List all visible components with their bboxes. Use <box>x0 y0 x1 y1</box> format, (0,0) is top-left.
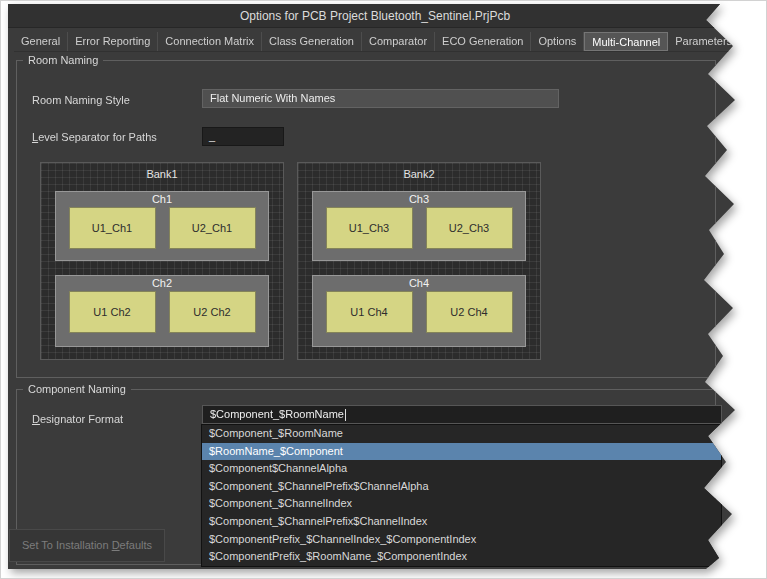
room-naming-style-value: Flat Numeric With Names <box>210 92 335 104</box>
text-caret <box>345 409 346 421</box>
component-box: U1_Ch3 <box>326 207 413 249</box>
component-box: U2_Ch3 <box>426 207 513 249</box>
channel-room-ch4: Ch4 U1 Ch4 U2 Ch4 <box>312 275 526 347</box>
designator-format-value: $Component_$RoomName <box>210 408 344 420</box>
dropdown-item-selected[interactable]: $RoomName_$Component <box>202 443 721 461</box>
component-box: U2 Ch4 <box>426 291 513 333</box>
channel-room-title: Ch3 <box>313 192 525 205</box>
tab-error-reporting[interactable]: Error Reporting <box>68 32 158 51</box>
dialog-shadow-wrap: Options for PCB Project Bluetooth_Sentin… <box>1 1 767 579</box>
tab-eco-generation[interactable]: ECO Generation <box>435 32 531 51</box>
room-components: U1_Ch3 U2_Ch3 <box>313 207 525 249</box>
dropdown-item[interactable]: $Component_$ChannelPrefix$ChannelAlpha <box>202 478 721 496</box>
channel-room-title: Ch1 <box>56 192 268 205</box>
channel-room-ch1: Ch1 U1_Ch1 U2_Ch1 <box>55 191 269 261</box>
component-box: U2 Ch2 <box>169 291 256 333</box>
room-components: U1 Ch2 U2 Ch2 <box>56 291 268 333</box>
channel-room-ch2: Ch2 U1 Ch2 U2 Ch2 <box>55 275 269 347</box>
designator-format-label: Designator Format <box>32 413 123 425</box>
room-naming-style-label: Room Naming Style <box>32 94 130 106</box>
tab-parameters[interactable]: Parameters <box>668 32 740 51</box>
label-rest: evel Separator for Paths <box>38 131 157 143</box>
button-label: Set To Installation Defaults <box>22 539 152 551</box>
accel-char: D <box>112 539 120 551</box>
set-to-installation-defaults-button[interactable]: Set To Installation Defaults <box>9 529 165 562</box>
dropdown-item[interactable]: $Component_$ChannelIndex <box>202 495 721 513</box>
tab-class-generation[interactable]: Class Generation <box>262 32 362 51</box>
accel-char: D <box>32 413 40 425</box>
room-naming-style-combo[interactable]: Flat Numeric With Names <box>202 89 559 108</box>
designator-format-dropdown-list: $Component_$RoomName $RoomName_$Componen… <box>201 424 722 567</box>
component-box: U1 Ch2 <box>69 291 156 333</box>
bank2-panel: Bank2 Ch3 U1_Ch3 U2_Ch3 Ch4 U1 Ch4 U2 Ch… <box>297 162 541 360</box>
label-rest: efaults <box>120 539 152 551</box>
dropdown-item[interactable]: $ComponentPrefix_$RoomName_$ComponentInd… <box>202 548 721 566</box>
room-naming-group-label: Room Naming <box>23 54 103 66</box>
room-components: U1 Ch4 U2 Ch4 <box>313 291 525 333</box>
level-separator-label: Level Separator for Paths <box>32 131 157 143</box>
channel-room-ch3: Ch3 U1_Ch3 U2_Ch3 <box>312 191 526 261</box>
component-box: U2_Ch1 <box>169 207 256 249</box>
tab-options[interactable]: Options <box>531 32 584 51</box>
tab-multi-channel[interactable]: Multi-Channel <box>584 32 668 51</box>
level-separator-input[interactable]: _ <box>202 127 284 146</box>
level-separator-value: _ <box>209 130 215 142</box>
tab-general[interactable]: General <box>14 32 68 51</box>
dropdown-item[interactable]: $ComponentPrefix_$ChannelIndex_$Componen… <box>202 531 721 549</box>
channel-room-title: Ch2 <box>56 276 268 289</box>
room-naming-group: Room Naming Room Naming Style Flat Numer… <box>16 60 716 378</box>
component-box: U1_Ch1 <box>69 207 156 249</box>
dialog-titlebar[interactable]: Options for PCB Project Bluetooth_Sentin… <box>8 4 742 28</box>
dropdown-item[interactable]: $Component$ChannelAlpha <box>202 460 721 478</box>
screenshot-canvas: Options for PCB Project Bluetooth_Sentin… <box>0 0 767 579</box>
tab-bar: General Error Reporting Connection Matri… <box>14 32 742 52</box>
component-box: U1 Ch4 <box>326 291 413 333</box>
dropdown-item[interactable]: $Component_$RoomName <box>202 425 721 443</box>
tab-connection-matrix[interactable]: Connection Matrix <box>158 32 262 51</box>
dropdown-item[interactable]: $Component_$ChannelPrefix$ChannelIndex <box>202 513 721 531</box>
bank1-panel: Bank1 Ch1 U1_Ch1 U2_Ch1 Ch2 U1 Ch2 U2 Ch… <box>40 162 284 360</box>
room-components: U1_Ch1 U2_Ch1 <box>56 207 268 249</box>
label-pre: Set To Installation <box>22 539 112 551</box>
dialog-title: Options for PCB Project Bluetooth_Sentin… <box>240 9 510 23</box>
label-rest: esignator Format <box>40 413 123 425</box>
channel-room-title: Ch4 <box>313 276 525 289</box>
designator-format-input[interactable]: $Component_$RoomName <box>202 405 722 424</box>
bank1-title: Bank1 <box>41 163 283 183</box>
options-dialog: Options for PCB Project Bluetooth_Sentin… <box>8 4 742 569</box>
tab-comparator[interactable]: Comparator <box>362 32 435 51</box>
component-naming-group-label: Component Naming <box>23 383 131 395</box>
bank2-title: Bank2 <box>298 163 540 183</box>
